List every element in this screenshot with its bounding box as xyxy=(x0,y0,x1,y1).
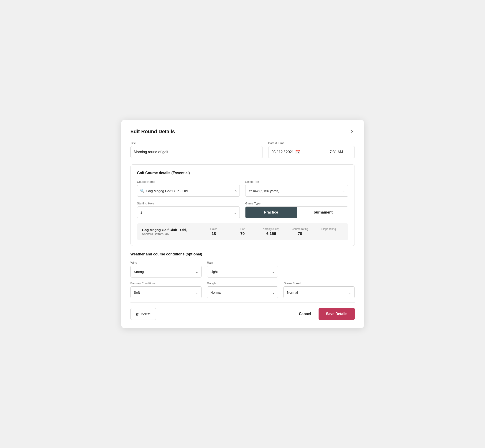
footer-right: Cancel Save Details xyxy=(295,308,355,320)
wind-rain-row: Wind CalmLightModerate StrongVery Strong… xyxy=(130,261,355,278)
slope-rating-stat: Slope rating - xyxy=(314,227,343,236)
tee-select-wrap: Yellow (6,156 yards) White Red Blue ⌄ xyxy=(245,185,348,197)
course-location: Shelford Bottom, UK xyxy=(142,232,200,236)
edit-round-modal: Edit Round Details × Title Date & Time 0… xyxy=(121,120,364,328)
delete-button[interactable]: 🗑 Delete xyxy=(130,308,156,320)
weather-section: Weather and course conditions (optional)… xyxy=(130,252,355,298)
course-info-name: Gog Magog Golf Club - Old, Shelford Bott… xyxy=(142,228,200,236)
fairway-label: Fairway Conditions xyxy=(130,282,202,285)
tee-select[interactable]: Yellow (6,156 yards) White Red Blue xyxy=(245,185,348,197)
search-icon: 🔍 xyxy=(140,189,145,193)
slope-rating-label: Slope rating xyxy=(314,227,343,231)
rain-group: Rain NoneLight ModerateHeavy ⌄ xyxy=(207,261,278,278)
course-name-input[interactable] xyxy=(146,189,233,193)
wind-label: Wind xyxy=(130,261,202,264)
modal-title: Edit Round Details xyxy=(130,129,175,135)
wind-group: Wind CalmLightModerate StrongVery Strong… xyxy=(130,261,202,278)
footer-row: 🗑 Delete Cancel Save Details xyxy=(130,308,355,320)
rough-select-wrap: ShortNormalLong ⌄ xyxy=(207,286,278,298)
rough-select[interactable]: ShortNormalLong xyxy=(207,286,278,298)
modal-header: Edit Round Details × xyxy=(130,128,355,135)
title-label: Title xyxy=(130,141,263,145)
title-input[interactable] xyxy=(130,146,263,158)
starting-hole-select-wrap: 1234 5678 910 ⌄ xyxy=(137,207,240,218)
fairway-select[interactable]: DryNormal SoftWet xyxy=(130,286,202,298)
select-tee-label: Select Tee xyxy=(245,180,348,184)
course-rating-stat: Course rating 70 xyxy=(285,227,314,236)
cancel-button[interactable]: Cancel xyxy=(295,308,315,320)
rough-label: Rough xyxy=(207,282,278,285)
holes-value: 18 xyxy=(200,232,228,236)
save-button[interactable]: Save Details xyxy=(319,308,355,320)
fairway-rough-green-row: Fairway Conditions DryNormal SoftWet ⌄ R… xyxy=(130,282,355,298)
time-value: 7:31 AM xyxy=(330,150,343,154)
game-type-toggle: Practice Tournament xyxy=(245,207,348,218)
course-full-name: Gog Magog Golf Club - Old, xyxy=(142,228,200,232)
close-button[interactable]: × xyxy=(350,128,355,135)
trash-icon: 🗑 xyxy=(136,312,139,316)
select-tee-group: Select Tee Yellow (6,156 yards) White Re… xyxy=(245,180,348,197)
date-value: 05 / 12 / 2021 xyxy=(272,150,294,154)
delete-label: Delete xyxy=(141,312,151,316)
footer-divider xyxy=(130,302,355,303)
par-label: Par xyxy=(228,227,257,231)
time-input[interactable]: 7:31 AM xyxy=(318,146,355,158)
datetime-group: 05 / 12 / 2021 📅 7:31 AM xyxy=(268,146,355,158)
course-section: Golf Course details (Essential) Course N… xyxy=(130,164,355,246)
course-info-bar: Gog Magog Golf Club - Old, Shelford Bott… xyxy=(137,223,348,240)
starting-hole-group: Starting Hole 1234 5678 910 ⌄ xyxy=(137,202,240,218)
course-name-label: Course Name xyxy=(137,180,240,184)
rain-select[interactable]: NoneLight ModerateHeavy xyxy=(207,266,278,278)
green-speed-select-wrap: SlowNormal FastVery Fast ⌄ xyxy=(283,286,355,298)
fairway-select-wrap: DryNormal SoftWet ⌄ xyxy=(130,286,202,298)
datetime-field-group: Date & Time 05 / 12 / 2021 📅 7:31 AM xyxy=(268,141,355,158)
rough-group: Rough ShortNormalLong ⌄ xyxy=(207,282,278,298)
par-value: 70 xyxy=(228,232,257,236)
green-speed-label: Green Speed xyxy=(283,282,355,285)
green-speed-group: Green Speed SlowNormal FastVery Fast ⌄ xyxy=(283,282,355,298)
green-speed-select[interactable]: SlowNormal FastVery Fast xyxy=(283,286,355,298)
rain-select-wrap: NoneLight ModerateHeavy ⌄ xyxy=(207,266,278,278)
wind-select[interactable]: CalmLightModerate StrongVery Strong xyxy=(130,266,202,278)
wind-select-wrap: CalmLightModerate StrongVery Strong ⌄ xyxy=(130,266,202,278)
tournament-button[interactable]: Tournament xyxy=(297,207,348,218)
rain-label: Rain xyxy=(207,261,278,264)
yards-stat: Yards(Yellow) 6,156 xyxy=(257,227,285,236)
clear-course-button[interactable]: × xyxy=(235,189,237,192)
yards-value: 6,156 xyxy=(257,232,285,236)
starting-hole-select[interactable]: 1234 5678 910 xyxy=(137,207,240,218)
calendar-icon: 📅 xyxy=(295,150,300,155)
game-type-label: Game Type xyxy=(245,202,348,205)
top-row: Title Date & Time 05 / 12 / 2021 📅 7:31 … xyxy=(130,141,355,158)
weather-section-title: Weather and course conditions (optional) xyxy=(130,252,355,256)
course-section-title: Golf Course details (Essential) xyxy=(137,171,348,175)
title-field-group: Title xyxy=(130,141,263,158)
par-stat: Par 70 xyxy=(228,227,257,236)
course-name-group: Course Name 🔍 × xyxy=(137,180,240,197)
holes-label: Holes xyxy=(200,227,228,231)
course-rating-value: 70 xyxy=(285,232,314,236)
fairway-group: Fairway Conditions DryNormal SoftWet ⌄ xyxy=(130,282,202,298)
game-type-group: Game Type Practice Tournament xyxy=(245,202,348,218)
slope-rating-value: - xyxy=(314,232,343,236)
yards-label: Yards(Yellow) xyxy=(257,227,285,231)
practice-button[interactable]: Practice xyxy=(245,207,297,218)
course-name-tee-row: Course Name 🔍 × Select Tee Yellow (6,156… xyxy=(137,180,348,197)
hole-gametype-row: Starting Hole 1234 5678 910 ⌄ Game Type … xyxy=(137,202,348,218)
holes-stat: Holes 18 xyxy=(200,227,228,236)
datetime-label: Date & Time xyxy=(268,141,355,145)
course-rating-label: Course rating xyxy=(285,227,314,231)
course-name-search[interactable]: 🔍 × xyxy=(137,185,240,197)
starting-hole-label: Starting Hole xyxy=(137,202,240,205)
date-input[interactable]: 05 / 12 / 2021 📅 xyxy=(268,146,318,158)
